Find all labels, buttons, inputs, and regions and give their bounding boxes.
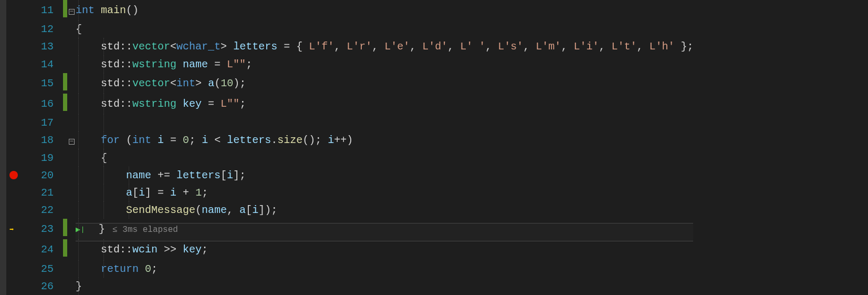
breakpoint-gutter[interactable] [6, 278, 22, 295]
breakpoint-gutter[interactable] [6, 239, 22, 260]
code-line[interactable]: 26 } [6, 278, 693, 295]
line-number: 11 [22, 0, 63, 21]
code-text[interactable]: } [76, 278, 693, 295]
code-line[interactable]: 22 SendMessage(name, a[i]); [6, 201, 693, 219]
execution-pointer-gutter[interactable]: ➡ [6, 219, 22, 239]
code-line[interactable]: 11 − int main() [6, 0, 693, 21]
line-number: 25 [22, 260, 63, 278]
change-indicator [63, 73, 67, 94]
fold-gutter [67, 260, 76, 278]
breakpoint-gutter[interactable] [6, 114, 22, 131]
code-line[interactable]: 24 std::wcin >> key; [6, 239, 693, 260]
code-line[interactable]: 17 [6, 114, 693, 131]
run-to-click-icon[interactable]: ▶❘ [76, 226, 85, 235]
code-text[interactable]: SendMessage(name, a[i]); [76, 201, 693, 219]
perf-tip[interactable]: ≤ 3ms elapsed [112, 225, 178, 235]
line-number: 13 [22, 38, 63, 55]
fold-toggle[interactable]: − [67, 0, 76, 21]
breakpoint-gutter[interactable] [6, 260, 22, 278]
breakpoint-gutter[interactable] [6, 0, 22, 21]
code-text[interactable]: { [76, 149, 693, 166]
breakpoint-gutter[interactable] [6, 94, 22, 114]
code-text[interactable]: std::wstring name = L""; [76, 56, 693, 73]
breakpoint-gutter[interactable] [6, 38, 22, 55]
code-line[interactable]: 14 std::wstring name = L""; [6, 56, 693, 73]
breakpoint-gutter[interactable] [6, 201, 22, 219]
line-number: 21 [22, 184, 63, 201]
line-number: 20 [22, 167, 63, 184]
change-indicator [63, 56, 67, 73]
code-line[interactable]: 21 a[i] = i + 1; [6, 184, 693, 201]
breakpoint-gutter[interactable] [6, 184, 22, 201]
editor-table: 11 − int main() 12 { 13 std::vector<wcha… [6, 0, 693, 295]
execution-arrow-icon: ➡ [9, 226, 14, 234]
code-text[interactable]: return 0; [76, 260, 693, 278]
line-number: 18 [22, 131, 63, 149]
code-text[interactable]: for (int i = 0; i < letters.size(); i++) [76, 131, 693, 149]
change-indicator [63, 0, 67, 21]
fold-gutter [67, 149, 76, 166]
fold-gutter [67, 114, 76, 131]
change-indicator [63, 167, 67, 184]
fold-toggle[interactable]: − [67, 131, 76, 149]
fold-gutter [67, 21, 76, 38]
fold-gutter [67, 219, 76, 239]
code-line[interactable]: 15 std::vector<int> a(10); [6, 73, 693, 94]
code-text[interactable]: ▶❘ }≤ 3ms elapsed [76, 219, 693, 239]
line-number: 19 [22, 149, 63, 166]
line-number: 14 [22, 56, 63, 73]
breakpoint-gutter[interactable] [6, 131, 22, 149]
breakpoint-gutter[interactable] [6, 149, 22, 166]
line-number: 16 [22, 94, 63, 114]
change-indicator [63, 149, 67, 166]
line-number: 17 [22, 114, 63, 131]
change-indicator [63, 260, 67, 278]
code-text[interactable]: int main() [76, 0, 693, 21]
breakpoint-gutter[interactable] [6, 21, 22, 38]
change-indicator [63, 184, 67, 201]
code-line-current[interactable]: ➡ 23 ▶❘ }≤ 3ms elapsed [6, 219, 693, 239]
fold-gutter [67, 201, 76, 219]
change-indicator [63, 21, 67, 38]
breakpoint-gutter[interactable] [6, 73, 22, 94]
line-number: 24 [22, 239, 63, 260]
code-line[interactable]: 19 { [6, 149, 693, 166]
code-text[interactable] [76, 114, 693, 131]
fold-gutter [67, 38, 76, 55]
change-indicator [63, 219, 67, 239]
line-number: 12 [22, 21, 63, 38]
code-text[interactable]: std::wstring key = L""; [76, 94, 693, 114]
change-indicator [63, 94, 67, 114]
change-indicator [63, 114, 67, 131]
change-indicator [63, 278, 67, 295]
fold-gutter [67, 56, 76, 73]
code-text[interactable]: std::vector<wchar_t> letters = { L'f', L… [76, 38, 693, 55]
breakpoint-gutter[interactable] [6, 56, 22, 73]
line-number: 26 [22, 278, 63, 295]
code-editor[interactable]: 11 − int main() 12 { 13 std::vector<wcha… [0, 0, 868, 295]
fold-gutter [67, 167, 76, 184]
code-line[interactable]: 16 std::wstring key = L""; [6, 94, 693, 114]
line-number: 23 [22, 219, 63, 239]
code-line[interactable]: 18 − for (int i = 0; i < letters.size();… [6, 131, 693, 149]
fold-gutter [67, 184, 76, 201]
code-text[interactable]: name += letters[i]; [76, 167, 693, 184]
breakpoint-icon[interactable] [9, 171, 18, 179]
code-line[interactable]: 20 name += letters[i]; [6, 167, 693, 184]
left-gutter [0, 0, 6, 295]
code-text[interactable]: std::wcin >> key; [76, 239, 693, 260]
code-line[interactable]: 25 return 0; [6, 260, 693, 278]
code-line[interactable]: 13 std::vector<wchar_t> letters = { L'f'… [6, 38, 693, 55]
change-indicator [63, 131, 67, 149]
code-line[interactable]: 12 { [6, 21, 693, 38]
code-text[interactable]: a[i] = i + 1; [76, 184, 693, 201]
fold-gutter [67, 94, 76, 114]
line-number: 15 [22, 73, 63, 94]
fold-gutter [67, 239, 76, 260]
breakpoint-gutter[interactable] [6, 167, 22, 184]
code-text[interactable]: { [76, 21, 693, 38]
fold-gutter [67, 278, 76, 295]
code-text[interactable]: std::vector<int> a(10); [76, 73, 693, 94]
fold-gutter [67, 73, 76, 94]
line-number: 22 [22, 201, 63, 219]
